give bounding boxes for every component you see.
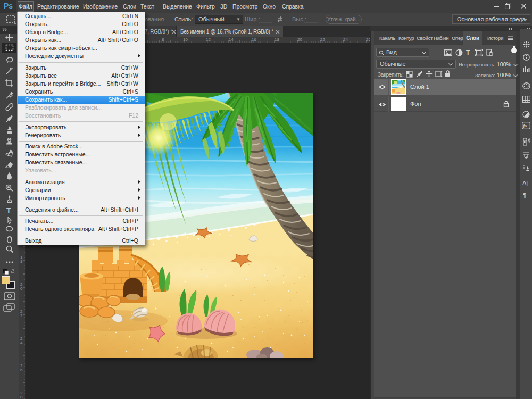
svg-text:T: T	[6, 207, 11, 214]
svg-text:fx: fx	[523, 123, 528, 128]
